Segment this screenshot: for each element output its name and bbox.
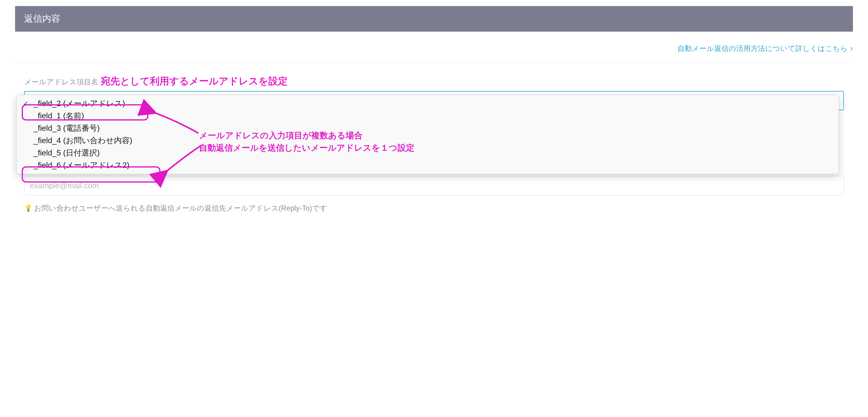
- option-label: _field_5 (日付選択): [32, 148, 100, 158]
- dropdown-option[interactable]: _field_1 (名前): [17, 110, 839, 122]
- dropdown-menu[interactable]: ✓ _field_2 (メールアドレス) _field_1 (名前) _fiel…: [16, 95, 839, 174]
- reply-to-placeholder: example@mail.com: [30, 181, 99, 190]
- divider: [15, 62, 853, 63]
- annotation-title: 宛先として利用するメールアドレスを設定: [101, 75, 288, 88]
- annotation-description: メールアドレスの入力項目が複数ある場合 自動返信メールを送信したいメールアドレス…: [199, 130, 414, 154]
- help-link-text: 自動メール返信の活用方法について詳しくはこちら: [677, 44, 848, 53]
- lightbulb-icon: 💡: [24, 204, 32, 212]
- field-label: メールアドレス項目名: [24, 77, 98, 87]
- annotation-desc-line1: メールアドレスの入力項目が複数ある場合: [199, 130, 414, 142]
- dropdown-option[interactable]: ✓ _field_2 (メールアドレス): [17, 97, 839, 110]
- option-label: _field_3 (電話番号): [32, 123, 100, 134]
- section-header: 返信内容: [15, 6, 853, 32]
- help-link[interactable]: 自動メール返信の活用方法について詳しくはこちら ›: [677, 44, 853, 53]
- label-row: メールアドレス項目名 宛先として利用するメールアドレスを設定: [24, 75, 844, 88]
- hint-row: 💡 お問い合わせユーザーへ送られる自動返信メールの返信先メールアドレス(Repl…: [24, 203, 844, 213]
- dropdown-option[interactable]: _field_4 (お問い合わせ内容): [17, 134, 839, 147]
- dropdown-option[interactable]: _field_6 (メールアドレス2): [17, 159, 839, 171]
- check-icon: ✓: [22, 100, 29, 108]
- dropdown-option[interactable]: _field_5 (日付選択): [17, 147, 839, 159]
- dropdown-wrap: ⌄ ✓ _field_2 (メールアドレス) _field_1 (名前) _fi…: [24, 91, 844, 171]
- hint-text: お問い合わせユーザーへ送られる自動返信メールの返信先メールアドレス(Reply-…: [34, 203, 327, 213]
- content-area: メールアドレス項目名 宛先として利用するメールアドレスを設定 ⌄ ✓ _fiel…: [15, 75, 853, 171]
- reply-to-input[interactable]: example@mail.com: [24, 176, 844, 196]
- help-link-row: 自動メール返信の活用方法について詳しくはこちら ›: [15, 41, 853, 62]
- option-label: _field_2 (メールアドレス): [32, 98, 125, 109]
- below-section: example@mail.com 💡 お問い合わせユーザーへ送られる自動返信メー…: [15, 180, 853, 213]
- section-title: 返信内容: [24, 13, 60, 24]
- annotation-desc-line2: 自動返信メールを送信したいメールアドレスを１つ設定: [199, 142, 414, 154]
- option-label: _field_4 (お問い合わせ内容): [32, 135, 132, 146]
- option-label: _field_6 (メールアドレス2): [32, 160, 129, 171]
- option-label: _field_1 (名前): [32, 111, 84, 121]
- dropdown-option[interactable]: _field_3 (電話番号): [17, 122, 839, 134]
- chevron-right-icon: ›: [850, 44, 853, 53]
